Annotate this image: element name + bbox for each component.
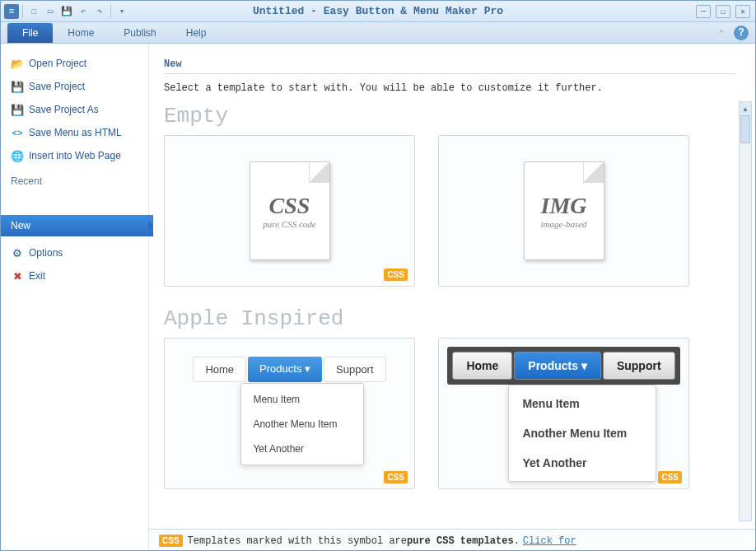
page-desc: Select a template to start with. You wil…	[164, 74, 735, 100]
menu-btn-products: Products ▾	[514, 352, 601, 380]
save-icon[interactable]: 💾	[59, 4, 74, 19]
tab-help[interactable]: Help	[171, 23, 222, 43]
sidebar-item-exit[interactable]: ✖ Exit	[1, 264, 148, 287]
sidebar-label: Options	[29, 247, 63, 259]
file-icon: IMG image-based	[524, 161, 604, 260]
redo-icon[interactable]: ↷	[92, 4, 107, 19]
template-row-apple: Home Products ▾ Support Menu Item Anothe…	[164, 338, 735, 489]
folder-open-icon: 📂	[11, 57, 24, 70]
section-title-apple: Apple Inspired	[164, 303, 735, 338]
menu-btn-home: Home	[452, 352, 512, 380]
undo-icon[interactable]: ↶	[76, 4, 91, 19]
titlebar: ≡ ☐ ▭ 💾 ↶ ↷ ▾ Untitled - Easy Button & M…	[1, 1, 755, 22]
file-big-label: IMG	[540, 193, 586, 219]
template-card-css[interactable]: CSS pure CSS code CSS	[164, 135, 415, 287]
sidebar-section-recent: Recent	[1, 167, 148, 192]
css-badge: CSS	[159, 535, 183, 547]
footer-text: .	[514, 535, 520, 547]
ribbon-tabs: File Home Publish Help ⌃ ?	[1, 22, 755, 44]
section-title-empty: Empty	[164, 100, 735, 135]
page-title: New	[164, 58, 735, 74]
template-row-empty: CSS pure CSS code CSS IMG image-based	[164, 135, 735, 287]
minimize-button[interactable]: —	[696, 5, 711, 18]
dropdown-item: Yet Another	[509, 448, 656, 478]
file-sidebar: 📂 Open Project 💾 Save Project 💾 Save Pro…	[1, 44, 149, 551]
new-icon[interactable]: ☐	[26, 4, 41, 19]
tab-file[interactable]: File	[7, 23, 53, 43]
dropdown-item: Yet Another	[241, 437, 363, 461]
dropdown-item: Another Menu Item	[241, 412, 363, 437]
sidebar-label: Save Project As	[29, 104, 99, 115]
sidebar-label: Exit	[29, 270, 45, 282]
dropdown-item: Another Menu Item	[509, 418, 656, 448]
css-badge: CSS	[384, 268, 408, 281]
close-icon: ✖	[11, 269, 24, 283]
css-badge: CSS	[384, 471, 408, 483]
menu-btn-support: Support	[603, 352, 675, 380]
menu-btn-support: Support	[324, 357, 386, 382]
qat-dropdown-icon[interactable]: ▾	[114, 4, 129, 19]
save-as-icon: 💾	[11, 103, 24, 116]
sidebar-item-options[interactable]: ⚙ Options	[1, 241, 148, 264]
footer-link[interactable]: Click for	[523, 535, 576, 547]
dropdown-item: Menu Item	[509, 389, 656, 418]
save-icon: 💾	[11, 80, 24, 93]
ribbon-collapse-icon[interactable]: ⌃	[714, 26, 729, 40]
content-pane: New Select a template to start with. You…	[149, 44, 755, 551]
globe-icon: 🌐	[11, 149, 24, 162]
footer-text: Templates marked with this symbol are	[188, 535, 407, 547]
file-icon: CSS pure CSS code	[250, 161, 330, 260]
menu-btn-home: Home	[193, 357, 246, 382]
footer-bold: pure CSS templates	[407, 535, 514, 547]
menu-dropdown: Menu Item Another Menu Item Yet Another	[240, 383, 364, 465]
template-card-img[interactable]: IMG image-based	[438, 135, 689, 287]
sidebar-label: Open Project	[29, 58, 86, 69]
vertical-scrollbar[interactable]: ▲	[739, 101, 752, 521]
scroll-up-icon[interactable]: ▲	[740, 102, 751, 115]
footer-note: CSS Templates marked with this symbol ar…	[149, 529, 755, 551]
css-badge: CSS	[658, 471, 682, 483]
dropdown-item: Menu Item	[241, 387, 363, 412]
sidebar-label: Save Menu as HTML	[29, 127, 122, 138]
file-small-label: pure CSS code	[263, 219, 315, 229]
template-card-apple-light[interactable]: Home Products ▾ Support Menu Item Anothe…	[164, 338, 415, 489]
file-big-label: CSS	[269, 193, 310, 219]
tab-publish[interactable]: Publish	[109, 23, 170, 43]
quick-access-toolbar: ≡ ☐ ▭ 💾 ↶ ↷ ▾	[1, 4, 129, 19]
tab-home[interactable]: Home	[53, 23, 109, 43]
scroll-thumb[interactable]	[740, 115, 750, 143]
close-button[interactable]: ✕	[735, 5, 750, 18]
sidebar-label: Save Project	[29, 81, 85, 92]
sidebar-item-insert[interactable]: 🌐 Insert into Web Page	[1, 144, 148, 167]
main-layout: 📂 Open Project 💾 Save Project 💾 Save Pro…	[1, 44, 755, 551]
sidebar-item-save[interactable]: 💾 Save Project	[1, 75, 148, 98]
menu-preview-dark: Home Products ▾ Support Menu Item Anothe…	[447, 347, 679, 385]
maximize-button[interactable]: ☐	[716, 5, 730, 18]
help-icon[interactable]: ?	[734, 26, 749, 40]
sidebar-label: Insert into Web Page	[29, 150, 121, 161]
sidebar-item-saveas[interactable]: 💾 Save Project As	[1, 98, 148, 121]
window-controls: — ☐ ✕	[696, 5, 750, 18]
file-small-label: image-based	[540, 219, 586, 229]
sidebar-label: New	[11, 220, 30, 231]
sidebar-item-open[interactable]: 📂 Open Project	[1, 52, 148, 75]
template-card-apple-dark[interactable]: Home Products ▾ Support Menu Item Anothe…	[438, 338, 689, 489]
menu-preview-light: Home Products ▾ Support Menu Item Anothe…	[193, 357, 385, 382]
window-title: Untitled - Easy Button & Menu Maker Pro	[253, 5, 503, 17]
gear-icon: ⚙	[11, 246, 24, 259]
sidebar-item-new[interactable]: New	[1, 215, 153, 236]
open-icon[interactable]: ▭	[43, 4, 58, 19]
menu-dropdown: Menu Item Another Menu Item Yet Another	[508, 385, 656, 482]
code-icon: <>	[11, 126, 24, 139]
app-icon: ≡	[4, 4, 19, 19]
menu-btn-products: Products ▾	[248, 357, 322, 382]
sidebar-item-savehtml[interactable]: <> Save Menu as HTML	[1, 121, 148, 144]
